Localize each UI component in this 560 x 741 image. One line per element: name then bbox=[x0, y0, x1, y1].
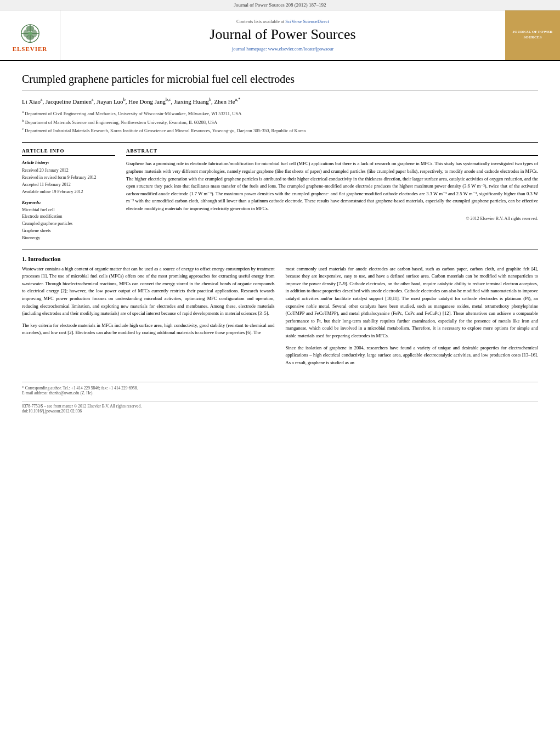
abstract-section-label: ABSTRACT bbox=[126, 148, 538, 156]
journal-logo-right: JOURNAL OF POWER SOURCES bbox=[505, 10, 560, 60]
doi-text: doi:10.1016/j.jpowsour.2012.02.036 bbox=[22, 409, 82, 414]
homepage-url[interactable]: www.elsevier.com/locate/jpowsour bbox=[268, 46, 333, 52]
journal-homepage: journal homepage: www.elsevier.com/locat… bbox=[71, 46, 494, 52]
homepage-label: journal homepage: bbox=[232, 46, 268, 52]
keyword-4: Graphene sheets bbox=[22, 228, 115, 235]
article-history-label: Article history: bbox=[22, 160, 115, 165]
sciverse-link[interactable]: SciVerse ScienceDirect bbox=[285, 19, 329, 24]
intro-para-3: most commonly used materials for anode e… bbox=[286, 265, 539, 340]
body-section: 1. Introduction Wastewater contains a hi… bbox=[22, 250, 538, 371]
abstract-column: ABSTRACT Graphene has a promising role i… bbox=[126, 148, 538, 241]
svg-point-6 bbox=[26, 35, 33, 39]
copyright-line: © 2012 Elsevier B.V. All rights reserved… bbox=[126, 216, 538, 221]
affiliations: a Department of Civil Engineering and Me… bbox=[22, 109, 538, 134]
contents-line: Contents lists available at SciVerse Sci… bbox=[71, 19, 494, 24]
intro-body-columns: Wastewater contains a high content of or… bbox=[22, 265, 538, 371]
elsevier-brand: ELSEVIER bbox=[13, 46, 48, 52]
keywords-label: Keywords: bbox=[22, 200, 115, 205]
keyword-5: Bioenergy bbox=[22, 235, 115, 242]
intro-para-4: Since the isolation of graphene in 2004,… bbox=[286, 344, 539, 367]
intro-heading: 1. Introduction bbox=[22, 256, 538, 262]
article-info-label: ARTICLE INFO bbox=[22, 148, 115, 156]
footnote-email: E-mail address: zhenhe@uwm.edu (Z. He). bbox=[22, 391, 538, 395]
affiliation-b: b Department of Materials Science and En… bbox=[22, 118, 538, 126]
keyword-3: Crumpled graphene particles bbox=[22, 220, 115, 228]
intro-para-1: Wastewater contains a high content of or… bbox=[22, 265, 275, 318]
authors-line: Li Xiaoa, Jacqueline Damiena, Jiayan Luo… bbox=[22, 97, 538, 106]
article-info-abstract-section: ARTICLE INFO Article history: Received 2… bbox=[22, 142, 538, 241]
affiliation-a: a Department of Civil Engineering and Me… bbox=[22, 109, 538, 117]
elsevier-tree-icon bbox=[14, 19, 47, 43]
keyword-2: Electrode modification bbox=[22, 213, 115, 220]
article-title: Crumpled graphene particles for microbia… bbox=[22, 72, 538, 91]
affiliation-c: c Department of Industrial Materials Res… bbox=[22, 126, 538, 134]
journal-header: ELSEVIER Contents lists available at Sci… bbox=[0, 10, 560, 61]
intro-para-2: The key criteria for electrode materials… bbox=[22, 322, 275, 337]
received-date: Received 20 January 2012 bbox=[22, 167, 115, 174]
svg-point-7 bbox=[28, 31, 32, 35]
journal-topbar: Journal of Power Sources 208 (2012) 187–… bbox=[0, 0, 560, 10]
journal-citation: Journal of Power Sources 208 (2012) 187–… bbox=[234, 2, 326, 8]
authors-text: Li Xiaoa, Jacqueline Damiena, Jiayan Luo… bbox=[22, 98, 240, 105]
intro-col2: most commonly used materials for anode e… bbox=[286, 265, 539, 371]
journal-title-area: Contents lists available at SciVerse Sci… bbox=[60, 10, 505, 60]
accepted-date: Accepted 11 February 2012 bbox=[22, 182, 115, 189]
article-info-column: ARTICLE INFO Article history: Received 2… bbox=[22, 148, 115, 241]
received-revised-date: Received in revised form 9 February 2012 bbox=[22, 174, 115, 182]
issn-line: 0378-7753/$ – see front matter © 2012 El… bbox=[22, 401, 538, 414]
journal-main-title: Journal of Power Sources bbox=[71, 26, 494, 43]
issn-text: 0378-7753/$ – see front matter © 2012 El… bbox=[22, 404, 142, 409]
page: Journal of Power Sources 208 (2012) 187–… bbox=[0, 0, 560, 741]
abstract-text: Graphene has a promising role in electro… bbox=[126, 160, 538, 212]
keyword-1: Microbial fuel cell bbox=[22, 207, 115, 214]
elsevier-logo: ELSEVIER bbox=[0, 10, 60, 60]
page-footer: * Corresponding author. Tel.: +1 414 229… bbox=[22, 382, 538, 395]
contents-text: Contents lists available at bbox=[236, 19, 285, 24]
intro-col1: Wastewater contains a high content of or… bbox=[22, 265, 275, 371]
available-date: Available online 19 February 2012 bbox=[22, 189, 115, 196]
footnote-text: * Corresponding author. Tel.: +1 414 229… bbox=[22, 386, 538, 391]
journal-logo-text: JOURNAL OF POWER SOURCES bbox=[508, 30, 557, 41]
main-content: Crumpled graphene particles for microbia… bbox=[0, 61, 560, 425]
